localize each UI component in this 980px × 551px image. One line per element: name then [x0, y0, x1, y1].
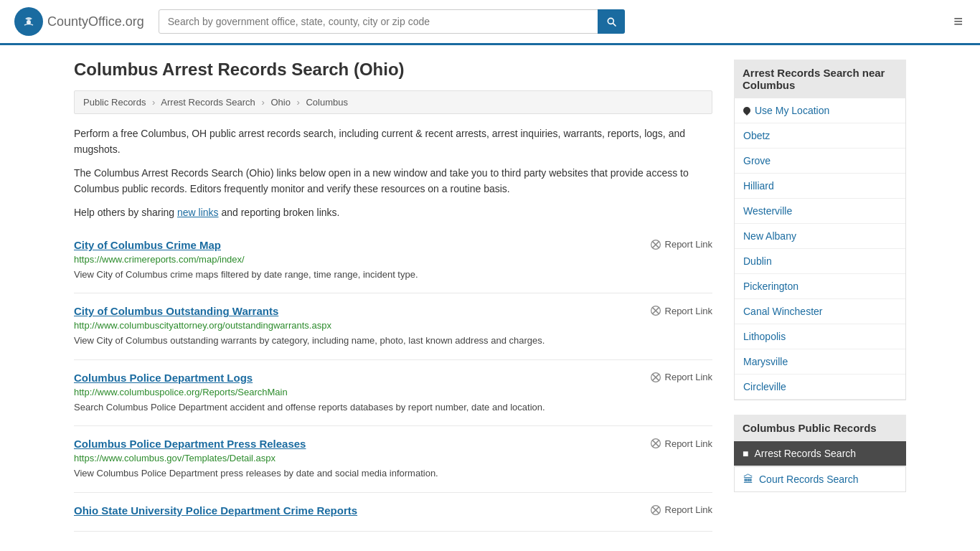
- nearby-link-7[interactable]: Canal Winchester: [735, 299, 905, 324]
- record-label-0: Arrest Records Search: [754, 448, 856, 459]
- new-links-link[interactable]: new links: [177, 207, 219, 218]
- report-icon: [650, 438, 661, 449]
- result-title-3[interactable]: Columbus Police Department Press Release…: [74, 438, 306, 450]
- report-icon: [650, 305, 661, 316]
- page-title: Columbus Arrest Records Search (Ohio): [74, 60, 712, 80]
- breadcrumb-columbus: Columbus: [306, 97, 348, 108]
- breadcrumb-arrest-records[interactable]: Arrest Records Search: [161, 97, 255, 108]
- report-icon: [650, 372, 661, 383]
- nearby-link-3[interactable]: Westerville: [735, 199, 905, 224]
- location-dot-icon: [742, 105, 752, 116]
- sidebar-nearby-heading: Arrest Records Search near Columbus: [734, 60, 906, 98]
- report-link-btn-1[interactable]: Report Link: [650, 305, 712, 316]
- sidebar-nearby-links: Use My Location ObetzGroveHilliardWester…: [734, 98, 906, 400]
- result-title-2[interactable]: Columbus Police Department Logs: [74, 372, 253, 384]
- nearby-link-1[interactable]: Grove: [735, 149, 905, 174]
- report-icon: [650, 504, 661, 516]
- result-desc: View Columbus Police Department press re…: [74, 466, 712, 481]
- result-title-1[interactable]: City of Columbus Outstanding Warrants: [74, 305, 278, 317]
- public-record-item-0[interactable]: ■ Arrest Records Search: [734, 441, 906, 466]
- result-title-0[interactable]: City of Columbus Crime Map: [74, 239, 221, 251]
- nearby-links-list: ObetzGroveHilliardWestervilleNew AlbanyD…: [735, 123, 905, 400]
- result-url[interactable]: http://www.columbuscityattorney.org/outs…: [74, 320, 712, 331]
- logo-icon: [14, 7, 43, 36]
- nearby-link-10[interactable]: Circleville: [735, 375, 905, 400]
- breadcrumb-ohio[interactable]: Ohio: [270, 97, 290, 108]
- main-content: Columbus Arrest Records Search (Ohio) Pu…: [74, 60, 712, 532]
- search-bar: [159, 9, 625, 34]
- hamburger-menu-icon[interactable]: ≡: [951, 9, 966, 34]
- logo-text: CountyOffice.org: [47, 14, 144, 29]
- result-item: City of Columbus Outstanding Warrants Re…: [74, 293, 712, 360]
- result-url[interactable]: https://www.columbus.gov/Templates/Detai…: [74, 453, 712, 463]
- report-link-btn-0[interactable]: Report Link: [650, 239, 712, 250]
- result-item: City of Columbus Crime Map Report Link h…: [74, 227, 712, 294]
- breadcrumb: Public Records › Arrest Records Search ›…: [74, 90, 712, 114]
- search-icon: [606, 16, 617, 27]
- nearby-link-4[interactable]: New Albany: [735, 224, 905, 249]
- record-label-1: Court Records Search: [759, 474, 859, 485]
- public-records-list: ■ Arrest Records Search 🏛 Court Records …: [734, 441, 906, 492]
- report-link-btn-4[interactable]: Report Link: [650, 504, 712, 516]
- search-button[interactable]: [598, 9, 625, 34]
- intro-paragraph-3: Help others by sharing new links and rep…: [74, 204, 712, 220]
- logo-area: CountyOffice.org: [14, 7, 144, 36]
- result-item: Columbus Police Department Logs Report L…: [74, 360, 712, 427]
- nearby-link-6[interactable]: Pickerington: [735, 274, 905, 299]
- nearby-link-2[interactable]: Hilliard: [735, 174, 905, 199]
- report-icon: [650, 239, 661, 250]
- result-desc: View City of Columbus crime maps filtere…: [74, 268, 712, 282]
- nearby-link-0[interactable]: Obetz: [735, 123, 905, 149]
- result-desc: View City of Columbus outstanding warran…: [74, 334, 712, 348]
- sidebar-public-records-section: Columbus Public Records ■ Arrest Records…: [734, 415, 906, 492]
- sidebar: Arrest Records Search near Columbus Use …: [734, 60, 906, 532]
- header: CountyOffice.org ≡: [0, 0, 980, 45]
- breadcrumb-public-records[interactable]: Public Records: [83, 97, 146, 108]
- result-url[interactable]: https://www.crimereports.com/map/index/: [74, 254, 712, 265]
- search-input[interactable]: [159, 9, 625, 34]
- report-link-btn-3[interactable]: Report Link: [650, 438, 712, 449]
- sidebar-nearby-section: Arrest Records Search near Columbus Use …: [734, 60, 906, 400]
- nearby-link-8[interactable]: Lithopolis: [735, 324, 905, 349]
- results-list: City of Columbus Crime Map Report Link h…: [74, 227, 712, 532]
- use-location-link[interactable]: Use My Location: [735, 98, 905, 123]
- result-url[interactable]: http://www.columbuspolice.org/Reports/Se…: [74, 387, 712, 397]
- result-desc: Search Columbus Police Department accide…: [74, 400, 712, 415]
- result-title-4[interactable]: Ohio State University Police Department …: [74, 504, 357, 517]
- result-item: Columbus Police Department Press Release…: [74, 426, 712, 493]
- report-link-btn-2[interactable]: Report Link: [650, 372, 712, 383]
- intro-paragraph-2: The Columbus Arrest Records Search (Ohio…: [74, 165, 712, 197]
- nearby-link-5[interactable]: Dublin: [735, 249, 905, 274]
- public-record-item-1[interactable]: 🏛 Court Records Search: [734, 466, 906, 492]
- record-icon-1: 🏛: [743, 474, 753, 485]
- result-item: Ohio State University Police Department …: [74, 493, 712, 532]
- nearby-link-9[interactable]: Marysville: [735, 349, 905, 375]
- page-container: Columbus Arrest Records Search (Ohio) Pu…: [60, 45, 920, 546]
- intro-paragraph-1: Perform a free Columbus, OH public arres…: [74, 126, 712, 158]
- sidebar-public-records-heading: Columbus Public Records: [734, 415, 906, 441]
- record-icon-0: ■: [743, 448, 748, 459]
